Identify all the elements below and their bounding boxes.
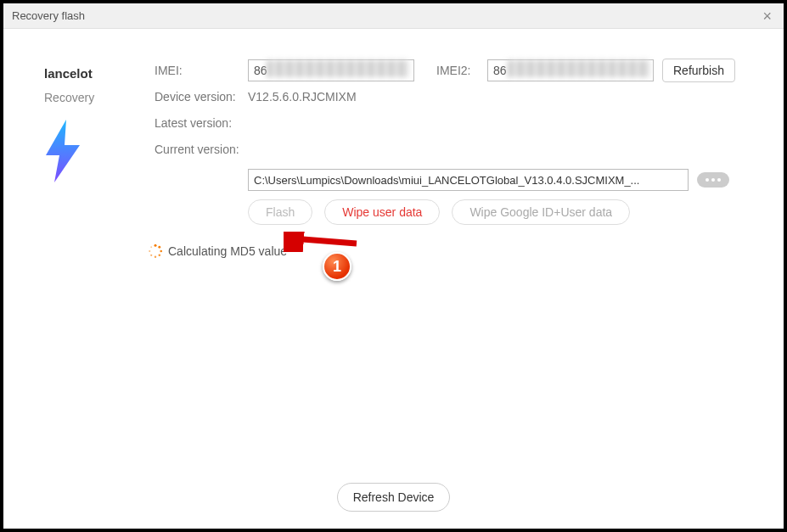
svg-point-2 — [160, 250, 162, 253]
refresh-device-button[interactable]: Refresh Device — [337, 483, 451, 512]
content-area: lancelot Recovery IMEI: IMEI2: — [3, 29, 784, 529]
current-version-label: Current version: — [155, 143, 248, 156]
current-version-row: Current version: — [155, 137, 760, 162]
device-sidebar: lancelot Recovery — [44, 66, 138, 186]
latest-version-label: Latest version: — [155, 116, 248, 130]
wipe-user-data-button[interactable]: Wipe user data — [324, 199, 440, 225]
dots-icon — [705, 178, 709, 182]
svg-point-1 — [158, 246, 160, 249]
firmware-path-input[interactable] — [248, 169, 689, 191]
close-icon[interactable]: × — [757, 8, 777, 24]
device-version-row: Device version: V12.5.6.0.RJCMIXM — [155, 84, 760, 109]
dots-icon — [717, 178, 721, 182]
dots-icon — [711, 178, 715, 182]
status-text: Calculating MD5 value — [168, 244, 287, 258]
spinner-icon — [148, 244, 163, 259]
action-buttons-row: Flash Wipe user data Wipe Google ID+User… — [248, 199, 760, 225]
latest-version-row: Latest version: — [155, 110, 760, 136]
browse-button[interactable] — [697, 172, 729, 188]
firmware-path-row — [248, 169, 760, 191]
imei2-label: IMEI2: — [436, 64, 487, 77]
imei-row: IMEI: IMEI2: Refurbish — [155, 58, 760, 83]
imei-label: IMEI: — [155, 64, 248, 77]
svg-point-7 — [150, 246, 152, 248]
svg-point-4 — [155, 256, 156, 258]
device-version-value: V12.5.6.0.RJCMIXM — [248, 90, 357, 104]
details-area: IMEI: IMEI2: Refurbish Device version: V… — [155, 58, 760, 259]
window-title: Recovery flash — [12, 9, 85, 22]
footer-row: Refresh Device — [3, 483, 784, 512]
device-mode: Recovery — [44, 91, 138, 104]
app-window: Recovery flash × lancelot Recovery IMEI: — [0, 0, 787, 532]
wipe-google-id-button[interactable]: Wipe Google ID+User data — [452, 199, 630, 225]
imei2-input[interactable] — [487, 59, 654, 81]
status-row: Calculating MD5 value — [148, 244, 760, 259]
svg-point-0 — [155, 244, 157, 247]
svg-point-5 — [150, 255, 152, 256]
svg-point-6 — [149, 250, 150, 252]
imei-input[interactable] — [248, 59, 414, 81]
title-bar: Recovery flash × — [3, 3, 784, 29]
device-version-label: Device version: — [155, 90, 248, 104]
refurbish-button[interactable]: Refurbish — [662, 59, 735, 82]
device-name: lancelot — [44, 66, 138, 81]
svg-point-3 — [159, 255, 161, 257]
lightning-bolt-icon — [41, 120, 85, 182]
flash-button[interactable]: Flash — [248, 199, 312, 225]
